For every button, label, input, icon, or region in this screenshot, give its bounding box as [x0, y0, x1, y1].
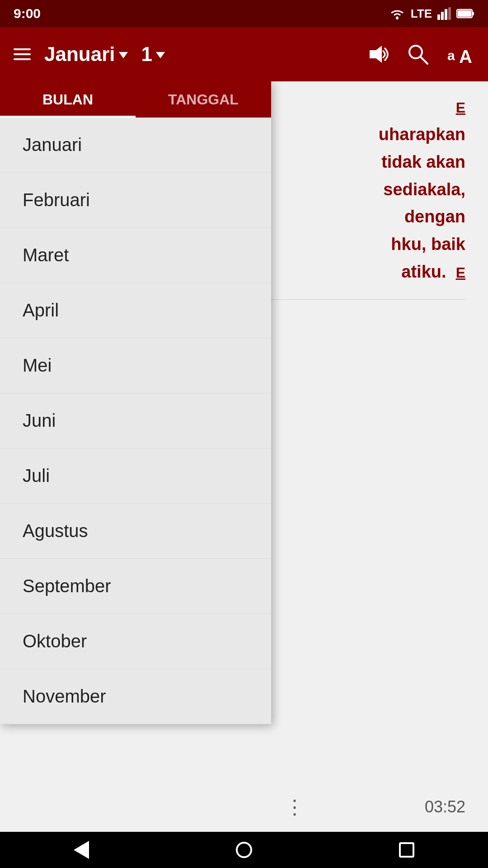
tabs-bar: BULAN TANGGAL	[0, 81, 271, 118]
chapter-dropdown-arrow	[156, 52, 165, 58]
svg-rect-3	[445, 9, 447, 20]
month-list: Januari Februari Maret April Mei Juni Ju…	[0, 118, 271, 724]
red-text-1: uharapkan	[379, 125, 465, 144]
nav-home-button[interactable]	[226, 832, 262, 868]
nav-bar	[0, 832, 488, 868]
hamburger-line-2	[14, 53, 31, 55]
month-item-april[interactable]: April	[0, 283, 271, 338]
status-icons: LTE	[389, 7, 474, 21]
main-content: E uharapkan tidak akan sediakala, dengan…	[0, 81, 488, 832]
red-text-5: hku, baik	[391, 235, 465, 254]
svg-rect-1	[437, 14, 440, 20]
dropdown-overlay: BULAN TANGGAL Januari Februari Maret Apr…	[0, 81, 271, 724]
red-text-2: tidak akan	[381, 152, 465, 171]
nav-recents-button[interactable]	[389, 832, 425, 868]
svg-line-10	[420, 57, 427, 64]
red-text-3: sediakala,	[383, 180, 465, 199]
verse-ref-top: E	[456, 99, 465, 116]
app-bar: Januari 1 a A	[0, 27, 488, 81]
svg-rect-2	[441, 12, 444, 20]
month-item-mei[interactable]: Mei	[0, 338, 271, 393]
recents-icon	[399, 842, 414, 858]
search-button[interactable]	[407, 43, 429, 66]
red-text-6: atiku.	[401, 262, 446, 281]
audio-button[interactable]	[366, 43, 389, 66]
month-item-februari[interactable]: Februari	[0, 173, 271, 228]
hamburger-line-3	[14, 58, 31, 60]
svg-text:a: a	[447, 48, 455, 63]
playback-bar: ⋮ 03:52	[271, 786, 479, 827]
audio-icon	[366, 43, 389, 66]
red-text-4: dengan	[404, 207, 465, 226]
svg-text:A: A	[459, 47, 472, 66]
svg-rect-6	[472, 12, 474, 15]
lte-label: LTE	[411, 7, 432, 21]
month-item-juni[interactable]: Juni	[0, 393, 271, 448]
status-time: 9:00	[14, 6, 41, 21]
verse-ref-inline: E	[456, 264, 465, 281]
chapter-selector[interactable]: 1	[141, 43, 165, 66]
signal-icon	[437, 7, 451, 20]
month-item-juli[interactable]: Juli	[0, 448, 271, 504]
month-item-november[interactable]: November	[0, 669, 271, 724]
chapter-label: 1	[141, 43, 152, 66]
svg-marker-8	[370, 46, 382, 63]
month-item-maret[interactable]: Maret	[0, 228, 271, 283]
tab-tanggal[interactable]: TANGGAL	[136, 81, 271, 118]
tab-bulan[interactable]: BULAN	[0, 81, 136, 118]
month-label: Januari	[44, 43, 115, 66]
month-item-september[interactable]: September	[0, 559, 271, 614]
month-item-agustus[interactable]: Agustus	[0, 504, 271, 559]
font-button[interactable]: a A	[447, 43, 474, 66]
app-bar-icons: a A	[366, 43, 474, 66]
menu-button[interactable]	[14, 48, 31, 60]
wifi-icon	[389, 7, 405, 20]
hamburger-line-1	[14, 48, 31, 50]
back-icon	[74, 841, 89, 859]
font-icon: a A	[447, 43, 474, 66]
home-icon	[236, 842, 252, 858]
svg-point-0	[396, 17, 399, 19]
more-options-button[interactable]: ⋮	[285, 795, 305, 818]
month-item-oktober[interactable]: Oktober	[0, 614, 271, 669]
playback-time: 03:52	[425, 797, 465, 816]
search-icon	[407, 43, 429, 66]
svg-rect-4	[448, 7, 451, 20]
battery-icon	[456, 8, 474, 19]
nav-back-button[interactable]	[63, 832, 99, 868]
month-item-januari[interactable]: Januari	[0, 118, 271, 173]
month-dropdown-arrow	[119, 52, 128, 58]
status-bar: 9:00 LTE	[0, 0, 488, 27]
month-selector[interactable]: Januari	[44, 43, 128, 66]
svg-rect-7	[458, 10, 471, 17]
